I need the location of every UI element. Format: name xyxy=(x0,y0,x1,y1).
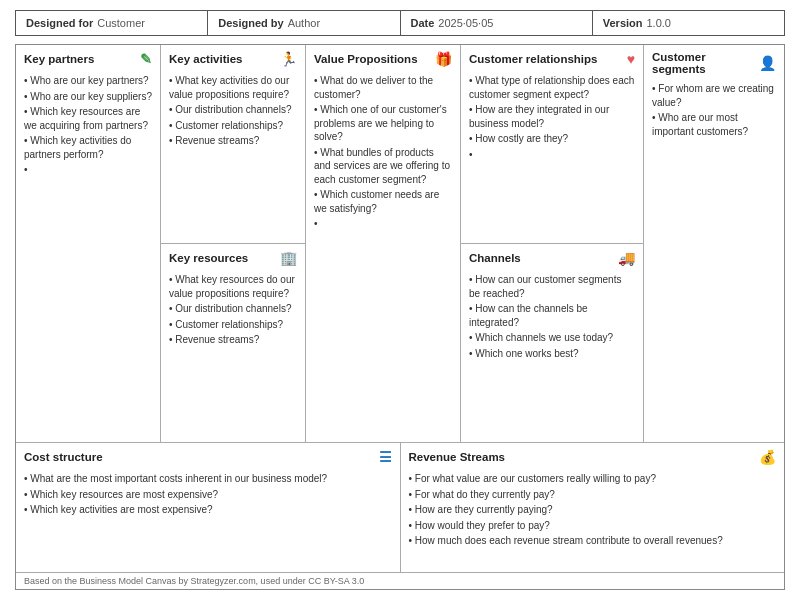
designed-by-label: Designed by xyxy=(218,17,283,29)
list-item: What type of relationship does each cust… xyxy=(469,73,635,102)
cost-structure-icon: ☰ xyxy=(379,449,392,465)
customer-segments-title: Customer segments 👤 xyxy=(652,51,776,75)
customer-relationships-icon: ♥ xyxy=(627,51,635,67)
list-item: What bundles of products and services ar… xyxy=(314,145,452,188)
key-partners-section: Key partners ✎ Who are our key partners?… xyxy=(16,45,161,442)
value-propositions-section: Value Propositions 🎁 What do we deliver … xyxy=(306,45,461,442)
date-cell: Date 2025·05·05 xyxy=(401,11,593,35)
list-item xyxy=(469,147,635,163)
canvas-bottom: Cost structure ☰ What are the most impor… xyxy=(16,443,784,573)
canvas-footer: Based on the Business Model Canvas by St… xyxy=(16,573,784,589)
list-item: Customer relationships? xyxy=(169,118,297,134)
list-item: What are the most important costs inhere… xyxy=(24,471,392,487)
list-item: Our distribution channels? xyxy=(169,102,297,118)
key-activities-list: What key activities do our value proposi… xyxy=(169,73,297,149)
value-prop-title: Value Propositions 🎁 xyxy=(314,51,452,67)
list-item: Which one of our customer's problems are… xyxy=(314,102,452,145)
value-prop-list: What do we deliver to the customer? Whic… xyxy=(314,73,452,232)
key-activities-section: Key activities 🏃 What key activities do … xyxy=(161,45,305,244)
list-item xyxy=(314,216,452,232)
list-item: For what value are our customers really … xyxy=(409,471,777,487)
designed-for-value: Customer xyxy=(97,17,145,29)
revenue-streams-title: Revenue Streams 💰 xyxy=(409,449,777,465)
customer-relationships-title: Customer relationships ♥ xyxy=(469,51,635,67)
version-value: 1.0.0 xyxy=(647,17,671,29)
canvas: Key partners ✎ Who are our key partners?… xyxy=(15,44,785,590)
right-columns: Customer relationships ♥ What type of re… xyxy=(461,45,784,442)
list-item: For whom are we creating value? xyxy=(652,81,776,110)
list-item: Revenue streams? xyxy=(169,133,297,149)
list-item: Who are our key suppliers? xyxy=(24,89,152,105)
revenue-streams-icon: 💰 xyxy=(759,449,776,465)
cost-structure-list: What are the most important costs inhere… xyxy=(24,471,392,518)
designed-by-cell: Designed by Author xyxy=(208,11,400,35)
version-label: Version xyxy=(603,17,643,29)
key-resources-list: What key resources do our value proposit… xyxy=(169,272,297,348)
list-item: What key resources do our value proposit… xyxy=(169,272,297,301)
revenue-streams-list: For what value are our customers really … xyxy=(409,471,777,549)
list-item: Which key resources are we acquiring fro… xyxy=(24,104,152,133)
list-item: What key activities do our value proposi… xyxy=(169,73,297,102)
version-cell: Version 1.0.0 xyxy=(593,11,784,35)
channels-title: Channels 🚚 xyxy=(469,250,635,266)
date-value: 2025·05·05 xyxy=(438,17,493,29)
channels-section: Channels 🚚 How can our customer segments… xyxy=(461,244,643,442)
designed-for-cell: Designed for Customer xyxy=(16,11,208,35)
list-item: Which one works best? xyxy=(469,346,635,362)
key-resources-section: Key resources 🏢 What key resources do ou… xyxy=(161,244,305,442)
designed-by-value: Author xyxy=(288,17,320,29)
key-partners-title: Key partners ✎ xyxy=(24,51,152,67)
list-item: How are they currently paying? xyxy=(409,502,777,518)
activities-resources-col: Key activities 🏃 What key activities do … xyxy=(161,45,306,442)
key-partners-list: Who are our key partners? Who are our ke… xyxy=(24,73,152,178)
list-item: How can our customer segments be reached… xyxy=(469,272,635,301)
value-prop-icon: 🎁 xyxy=(435,51,452,67)
list-item: Our distribution channels? xyxy=(169,301,297,317)
list-item xyxy=(24,162,152,178)
list-item: Who are our key partners? xyxy=(24,73,152,89)
list-item: How much does each revenue stream contri… xyxy=(409,533,777,549)
key-resources-icon: 🏢 xyxy=(280,250,297,266)
customer-segments-list: For whom are we creating value? Who are … xyxy=(652,81,776,139)
list-item: Revenue streams? xyxy=(169,332,297,348)
customer-relationships-section: Customer relationships ♥ What type of re… xyxy=(461,45,643,244)
list-item: What do we deliver to the customer? xyxy=(314,73,452,102)
customer-relationships-list: What type of relationship does each cust… xyxy=(469,73,635,162)
channels-list: How can our customer segments be reached… xyxy=(469,272,635,361)
list-item: Which key activities are most expensive? xyxy=(24,502,392,518)
header-row: Designed for Customer Designed by Author… xyxy=(15,10,785,36)
list-item: Which key activities do partners perform… xyxy=(24,133,152,162)
customer-segments-section: Customer segments 👤 For whom are we crea… xyxy=(644,45,784,442)
cr-channels-col: Customer relationships ♥ What type of re… xyxy=(461,45,644,442)
list-item: Which channels we use today? xyxy=(469,330,635,346)
list-item: Who are our most important customers? xyxy=(652,110,776,139)
customer-segments-icon: 👤 xyxy=(759,55,776,71)
key-activities-title: Key activities 🏃 xyxy=(169,51,297,67)
key-partners-icon: ✎ xyxy=(140,51,152,67)
cost-structure-section: Cost structure ☰ What are the most impor… xyxy=(16,443,401,572)
list-item: Which key resources are most expensive? xyxy=(24,487,392,503)
list-item: How costly are they? xyxy=(469,131,635,147)
canvas-top: Key partners ✎ Who are our key partners?… xyxy=(16,45,784,443)
list-item: How can the channels be integrated? xyxy=(469,301,635,330)
list-item: Customer relationships? xyxy=(169,317,297,333)
key-resources-title: Key resources 🏢 xyxy=(169,250,297,266)
list-item: For what do they currently pay? xyxy=(409,487,777,503)
designed-for-label: Designed for xyxy=(26,17,93,29)
revenue-streams-section: Revenue Streams 💰 For what value are our… xyxy=(401,443,785,572)
list-item: How would they prefer to pay? xyxy=(409,518,777,534)
business-model-canvas: Designed for Customer Designed by Author… xyxy=(0,0,800,600)
date-label: Date xyxy=(411,17,435,29)
key-activities-icon: 🏃 xyxy=(280,51,297,67)
list-item: How are they integrated in our business … xyxy=(469,102,635,131)
list-item: Which customer needs are we satisfying? xyxy=(314,187,452,216)
cost-structure-title: Cost structure ☰ xyxy=(24,449,392,465)
channels-icon: 🚚 xyxy=(618,250,635,266)
